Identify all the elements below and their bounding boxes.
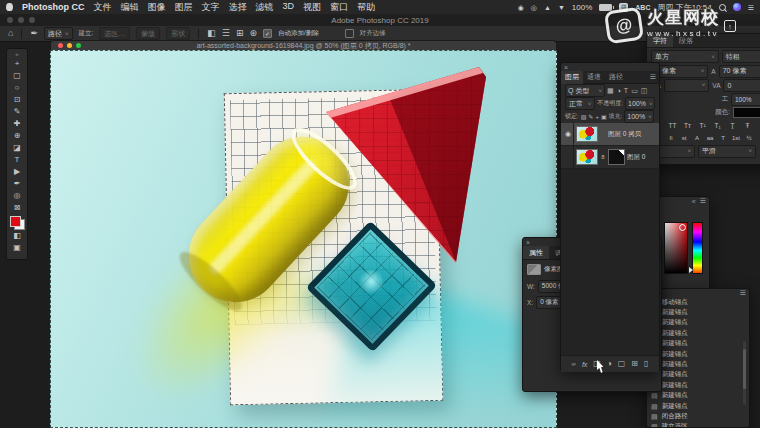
adjustment-layer-icon[interactable]: ◑ [607, 360, 612, 368]
lock-icon[interactable]: ▨ [581, 114, 587, 120]
type-style-button[interactable]: Ŧ [742, 121, 754, 131]
toolbar-collapse-icon[interactable]: » [15, 51, 18, 57]
wifi-icon[interactable]: ▼ [558, 4, 565, 11]
status-circle2-icon[interactable]: ◎ [531, 4, 537, 11]
make-selection-button[interactable]: 选区… [99, 27, 130, 40]
tab-paths[interactable]: 路径 [605, 71, 627, 84]
menu-item[interactable]: 窗口 [330, 1, 348, 14]
leading-select[interactable]: 70 像素˅ [719, 65, 760, 78]
lock-icon[interactable]: + [595, 114, 599, 120]
blend-mode-select[interactable]: 正常˅ [565, 97, 595, 110]
tab-channels[interactable]: 通道 [583, 71, 605, 84]
tab-layers[interactable]: 图层 [561, 71, 583, 84]
hue-bar[interactable] [692, 222, 703, 274]
tool-button[interactable]: ⊕ [9, 130, 25, 142]
home-icon[interactable]: ⌂ [8, 29, 13, 38]
history-state-row[interactable]: ▤ 新建锚点 [647, 370, 749, 380]
tool-button[interactable]: ◎ [9, 190, 25, 202]
tool-button[interactable]: ✎ [9, 106, 25, 118]
filter-icon[interactable]: ▦ [607, 87, 614, 94]
vertical-scale-field[interactable]: 100% [731, 93, 760, 106]
antialias-select[interactable]: 平滑˅ [698, 145, 756, 158]
history-state-row[interactable]: ▤ 新建锚点 [647, 380, 749, 390]
kerning-select[interactable]: 0˅ [723, 79, 760, 92]
document-traffic-lights[interactable] [58, 43, 81, 48]
path-op-icon[interactable]: ◧ [207, 29, 216, 38]
history-state-row[interactable]: ▤ 新建锚点 [647, 328, 749, 338]
path-op-icon[interactable]: ☰ [222, 29, 230, 38]
layer-mask-thumbnail[interactable] [608, 149, 625, 165]
opentype-button[interactable]: st [680, 133, 688, 143]
filter-icon[interactable]: ◑ [617, 87, 621, 94]
make-mask-button[interactable]: 蒙版 [136, 27, 160, 40]
menu-item[interactable]: 文字 [202, 1, 220, 14]
tool-button[interactable]: ▢ [9, 70, 25, 82]
menu-item[interactable]: 3D [283, 1, 295, 14]
history-state-row[interactable]: ▤ 新建锚点 [647, 401, 749, 411]
type-style-button[interactable]: T¹ [697, 121, 709, 131]
font-family-select[interactable]: 单方˅ [651, 50, 719, 63]
filter-icon[interactable]: T [624, 87, 628, 94]
link-layers-icon[interactable]: ∞ [572, 361, 576, 367]
opacity-select[interactable]: 100%˅ [625, 97, 655, 110]
layer-filter-select[interactable]: Q 类型 ˅ [565, 84, 605, 97]
tool-button[interactable]: T [9, 154, 25, 166]
visibility-eye-icon[interactable]: ◉ [563, 123, 574, 145]
opentype-button[interactable]: fi [667, 133, 675, 143]
align-edges-checkbox[interactable] [345, 29, 354, 38]
history-state-row[interactable]: ▤ 新建锚点 [647, 349, 749, 359]
history-state-row[interactable]: ▤ 移动锚点 [647, 297, 749, 307]
screen-mode-icon[interactable]: ◧ [9, 230, 25, 242]
tool-button[interactable]: ◪ [9, 142, 25, 154]
tool-mode-select[interactable]: 路径˅ [44, 27, 73, 40]
color-swatches[interactable] [10, 216, 25, 230]
hue-slider-handle[interactable] [689, 267, 693, 273]
text-color-swatch[interactable] [733, 107, 760, 118]
document-tab-bar[interactable]: art-assorted-background-1619844.jpg @ 50… [50, 40, 557, 50]
opentype-button[interactable]: T [719, 133, 727, 143]
type-style-button[interactable]: T₁ [712, 121, 724, 131]
history-state-row[interactable]: ▤ 建立选区 [647, 422, 749, 428]
sync-icon[interactable]: ▲ [544, 4, 551, 11]
layer-thumbnail[interactable] [576, 149, 598, 165]
filter-icon[interactable]: ◫ [641, 87, 648, 94]
collapse-icon[interactable]: « [692, 198, 696, 205]
status-circle-icon[interactable]: ◉ [518, 4, 524, 11]
tool-button[interactable]: ⊡ [9, 94, 25, 106]
path-op-icon[interactable]: ⊞ [236, 29, 244, 38]
layer-row[interactable]: ◉ 图层 0 拷贝 [561, 123, 659, 146]
menu-item[interactable]: 帮助 [357, 1, 375, 14]
menu-item[interactable]: 编辑 [121, 1, 139, 14]
document-canvas[interactable] [50, 50, 557, 428]
layer-group-icon[interactable]: ▢ [618, 360, 626, 368]
make-shape-button[interactable]: 形状 [166, 27, 190, 40]
opentype-button[interactable]: aa [706, 133, 714, 143]
opentype-button[interactable]: 1st [732, 133, 740, 143]
auto-add-delete-checkbox[interactable]: ✓ [263, 29, 272, 38]
visibility-eye-icon[interactable] [563, 146, 574, 168]
opentype-button[interactable]: A [693, 133, 701, 143]
history-state-row[interactable]: ▤ 新建锚点 [647, 359, 749, 369]
lock-icon[interactable]: ✎ [588, 114, 593, 120]
layer-thumbnail[interactable] [576, 126, 598, 142]
menu-item[interactable]: 滤镜 [256, 1, 274, 14]
color-picker-handle[interactable] [679, 224, 686, 231]
lock-icon[interactable]: ▣ [601, 114, 607, 120]
type-style-button[interactable]: Tт [682, 121, 694, 131]
new-layer-icon[interactable]: ⊞ [631, 360, 638, 368]
tab-properties[interactable]: 属性 [523, 246, 549, 259]
tool-button[interactable]: ⊠ [9, 202, 25, 214]
layer-style-icon[interactable]: fx [582, 361, 587, 368]
menu-item[interactable]: 选择 [229, 1, 247, 14]
panel-menu-icon[interactable]: ☰ [650, 73, 656, 81]
type-style-button[interactable]: Ṯ [727, 121, 739, 131]
menu-item[interactable]: 图像 [148, 1, 166, 14]
history-state-row[interactable]: ▤ 新建锚点 [647, 318, 749, 328]
panel-menu-icon[interactable]: ☰ [740, 289, 746, 297]
menu-item[interactable]: 视图 [303, 1, 321, 14]
menu-item[interactable]: 图层 [175, 1, 193, 14]
tracking-select[interactable]: ˅ [664, 79, 710, 92]
history-state-row[interactable]: ▤ 闭合路径 [647, 411, 749, 421]
apple-menu-icon[interactable] [6, 3, 13, 11]
type-style-button[interactable]: TT [667, 121, 679, 131]
